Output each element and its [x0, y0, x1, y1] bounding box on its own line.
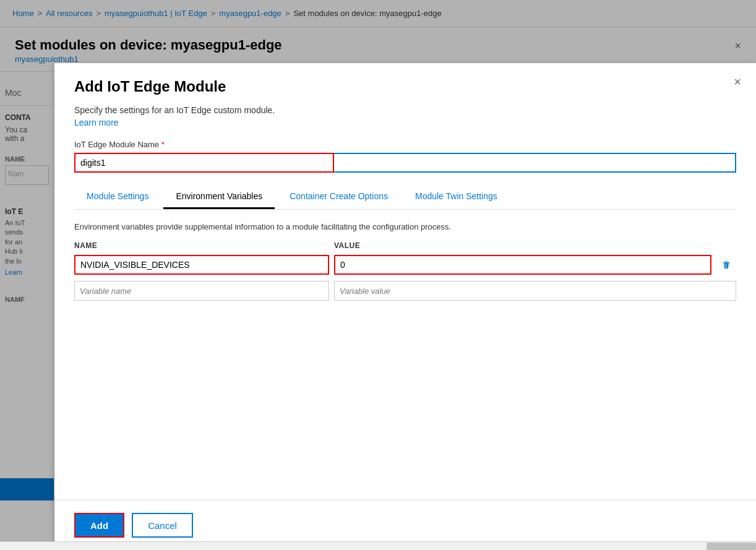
env-row-empty	[74, 281, 736, 301]
env-value-input-1[interactable]	[334, 255, 711, 275]
module-name-input-filled[interactable]	[74, 153, 334, 173]
env-name-input-1[interactable]	[74, 255, 329, 275]
modal-title: Add IoT Edge Module	[74, 78, 736, 95]
env-table-header: NAME VALUE	[74, 241, 736, 250]
cancel-button[interactable]: Cancel	[132, 513, 193, 538]
env-variables-tab-content: Environment variables provide supplement…	[74, 220, 736, 301]
tab-bar: Module Settings Environment Variables Co…	[74, 185, 736, 210]
required-indicator: *	[161, 140, 165, 149]
tab-module-settings[interactable]: Module Settings	[74, 185, 161, 209]
env-col-name-header: NAME	[74, 241, 334, 250]
module-name-input-empty[interactable]	[334, 153, 736, 173]
env-value-input-empty[interactable]	[334, 281, 736, 301]
env-name-input-empty[interactable]	[74, 281, 329, 301]
svg-rect-1	[725, 261, 728, 262]
modal-description: Specify the settings for an IoT Edge cus…	[74, 105, 736, 115]
env-row-1	[74, 255, 736, 275]
add-button[interactable]: Add	[74, 513, 124, 538]
env-description: Environment variables provide supplement…	[74, 222, 736, 231]
module-name-label: IoT Edge Module Name *	[74, 140, 736, 149]
tab-module-twin-settings[interactable]: Module Twin Settings	[403, 185, 510, 209]
module-name-input-row	[74, 153, 736, 173]
modal-learn-more-link[interactable]: Learn more	[74, 118, 119, 127]
modal-body: Specify the settings for an IoT Edge cus…	[54, 105, 756, 550]
modal-header: Add IoT Edge Module ×	[54, 63, 756, 105]
svg-rect-4	[725, 264, 726, 267]
svg-rect-5	[727, 264, 728, 267]
add-iot-edge-module-modal: Add IoT Edge Module × Specify the settin…	[54, 63, 756, 550]
tab-environment-variables[interactable]: Environment Variables	[163, 185, 275, 209]
svg-rect-0	[723, 262, 730, 263]
scroll-thumb[interactable]	[707, 543, 756, 550]
horizontal-scrollbar[interactable]	[0, 541, 756, 550]
svg-rect-3	[726, 264, 726, 267]
tab-container-create-options[interactable]: Container Create Options	[277, 185, 400, 209]
env-col-value-header: VALUE	[334, 241, 736, 250]
env-delete-button-1[interactable]	[716, 255, 736, 275]
modal-close-button[interactable]: ×	[734, 75, 741, 88]
